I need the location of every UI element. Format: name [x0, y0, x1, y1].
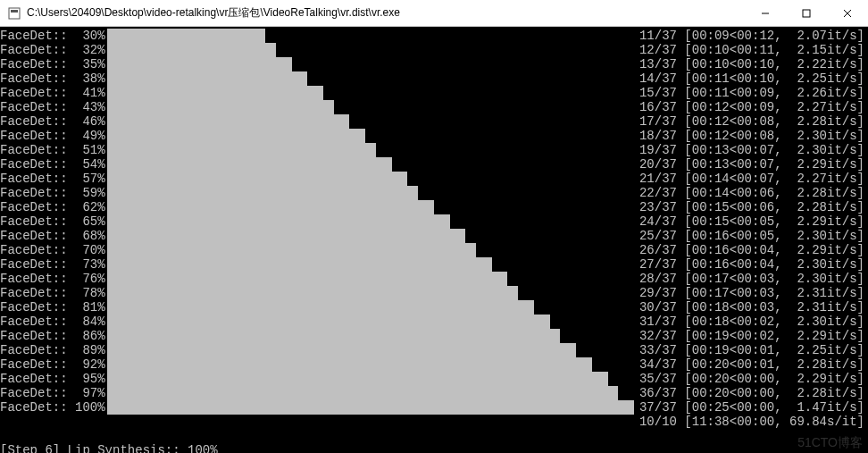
progress-stats: 18/37 [00:12<00:08, 2.30it/s]: [639, 129, 864, 143]
window-title: C:\Users\20409\Desktop\video-retalking\v…: [27, 5, 745, 21]
progress-label: FaceDet:: 59%: [0, 186, 105, 200]
title-bar: C:\Users\20409\Desktop\video-retalking\v…: [0, 0, 868, 27]
progress-label: FaceDet:: 51%: [0, 143, 105, 157]
progress-label: FaceDet:: 41%: [0, 86, 105, 100]
progress-label: FaceDet:: 35%: [0, 57, 105, 71]
progress-bar: [107, 43, 634, 57]
progress-stats: 29/37 [00:17<00:03, 2.31it/s]: [639, 286, 864, 300]
progress-label: FaceDet:: 95%: [0, 372, 105, 386]
progress-stats: 20/37 [00:13<00:07, 2.29it/s]: [639, 157, 864, 172]
progress-bar: [107, 329, 634, 343]
progress-label: FaceDet:: 70%: [0, 243, 105, 257]
app-icon: [7, 6, 21, 21]
progress-bar: [107, 29, 634, 43]
close-button[interactable]: [827, 0, 868, 26]
progress-bar: [107, 157, 634, 172]
step-line: [Step 6] Lip Synthesis:: 100%: [0, 443, 218, 453]
progress-bar: [107, 57, 634, 71]
progress-label: FaceDet:: 46%: [0, 114, 105, 129]
svg-rect-1: [11, 10, 18, 13]
progress-bar: [107, 129, 634, 143]
progress-label: FaceDet:: 65%: [0, 214, 105, 229]
progress-bar: [107, 257, 634, 272]
progress-bar: [107, 214, 634, 229]
progress-label: FaceDet:: 86%: [0, 329, 105, 343]
progress-label: FaceDet:: 68%: [0, 229, 105, 243]
progress-bar: [107, 243, 634, 257]
progress-bar: [107, 386, 634, 400]
progress-bar: [107, 343, 634, 357]
progress-label: FaceDet:: 49%: [0, 129, 105, 143]
progress-label: FaceDet:: 54%: [0, 157, 105, 172]
progress-label: FaceDet:: 76%: [0, 272, 105, 286]
svg-rect-0: [9, 8, 20, 19]
progress-stats: 21/37 [00:14<00:07, 2.27it/s]: [639, 172, 864, 186]
progress-stats: 33/37 [00:19<00:01, 2.25it/s]: [639, 343, 864, 357]
progress-stats: 17/37 [00:12<00:08, 2.28it/s]: [639, 114, 864, 129]
progress-bar: [107, 300, 634, 315]
progress-stats: 31/37 [00:18<00:02, 2.30it/s]: [639, 315, 864, 329]
progress-bar: [107, 200, 634, 214]
progress-stats: 34/37 [00:20<00:01, 2.28it/s]: [639, 357, 864, 372]
progress-bar: [107, 86, 634, 100]
watermark: 51CTO博客: [797, 435, 863, 449]
progress-stats: 35/37 [00:20<00:00, 2.29it/s]: [639, 372, 864, 386]
progress-stats: 11/37 [00:09<00:12, 2.07it/s]: [639, 29, 864, 43]
progress-label: FaceDet:: 92%: [0, 357, 105, 372]
progress-stats: 13/37 [00:10<00:10, 2.22it/s]: [639, 57, 864, 71]
progress-bar: [107, 71, 634, 86]
window-controls: [745, 0, 868, 26]
progress-stats: 22/37 [00:14<00:06, 2.28it/s]: [639, 186, 864, 200]
progress-bar: [107, 315, 634, 329]
maximize-button[interactable]: [786, 0, 827, 26]
progress-label: FaceDet:: 57%: [0, 172, 105, 186]
progress-label: FaceDet:: 73%: [0, 257, 105, 272]
progress-stats: 23/37 [00:15<00:06, 2.28it/s]: [639, 200, 864, 214]
progress-label: FaceDet:: 62%: [0, 200, 105, 214]
progress-label: FaceDet:: 78%: [0, 286, 105, 300]
progress-label: FaceDet:: 30%: [0, 29, 105, 43]
progress-stats: 25/37 [00:16<00:05, 2.30it/s]: [639, 229, 864, 243]
progress-label: FaceDet:: 100%: [0, 400, 105, 415]
progress-stats: 28/37 [00:17<00:03, 2.30it/s]: [639, 272, 864, 286]
progress-stats: 30/37 [00:18<00:03, 2.31it/s]: [639, 300, 864, 315]
progress-label: FaceDet:: 38%: [0, 71, 105, 86]
progress-bar: [107, 172, 634, 186]
progress-label: FaceDet:: 43%: [0, 100, 105, 114]
progress-label: FaceDet:: 81%: [0, 300, 105, 315]
progress-stats: 37/37 [00:25<00:00, 1.47it/s]: [639, 400, 864, 415]
progress-bar: [107, 372, 634, 386]
progress-stats: 19/37 [00:13<00:07, 2.30it/s]: [639, 143, 864, 157]
progress-stats: 14/37 [00:11<00:10, 2.25it/s]: [639, 71, 864, 86]
console-output[interactable]: FaceDet:: 30%FaceDet:: 32%FaceDet:: 35%F…: [0, 27, 868, 453]
progress-stats: 36/37 [00:20<00:00, 2.28it/s]: [639, 386, 864, 400]
progress-label: FaceDet:: 97%: [0, 386, 105, 400]
progress-stats: 24/37 [00:15<00:05, 2.29it/s]: [639, 214, 864, 229]
progress-stats: 27/37 [00:16<00:04, 2.30it/s]: [639, 257, 864, 272]
progress-label: FaceDet:: 84%: [0, 315, 105, 329]
progress-stats: 15/37 [00:11<00:09, 2.26it/s]: [639, 86, 864, 100]
progress-stats: 32/37 [00:19<00:02, 2.29it/s]: [639, 329, 864, 343]
minimize-button[interactable]: [745, 0, 786, 26]
progress-bar: [107, 400, 634, 415]
progress-bar: [107, 143, 634, 157]
progress-stats: 12/37 [00:10<00:11, 2.15it/s]: [639, 43, 864, 57]
progress-bar: [107, 272, 634, 286]
progress-bar: [107, 229, 634, 243]
progress-bar: [107, 186, 634, 200]
progress-bar: [107, 357, 634, 372]
bottom-lines: [Step 6] Lip Synthesis:: 100% outfile: r…: [0, 415, 218, 453]
progress-bar: [107, 286, 634, 300]
progress-label: FaceDet:: 32%: [0, 43, 105, 57]
progress-stats: 10/10 [11:38<00:00, 69.84s/it]: [639, 415, 864, 429]
progress-stats: 16/37 [00:12<00:09, 2.27it/s]: [639, 100, 864, 114]
svg-rect-3: [803, 10, 810, 17]
progress-bar: [107, 100, 634, 114]
progress-label: FaceDet:: 89%: [0, 343, 105, 357]
progress-bar: [107, 114, 634, 129]
progress-stats: 26/37 [00:16<00:04, 2.29it/s]: [639, 243, 864, 257]
